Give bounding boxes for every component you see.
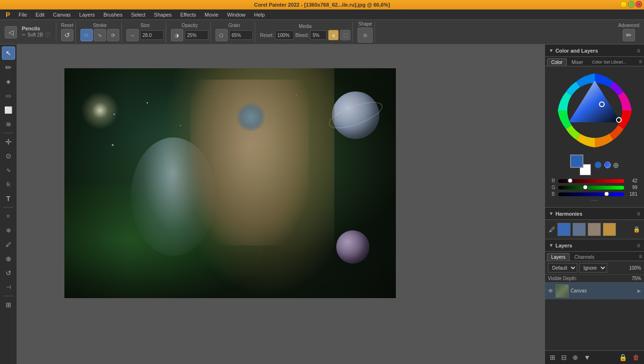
menu-select[interactable]: Select: [127, 11, 150, 18]
tool-selector[interactable]: ↖: [2, 46, 15, 60]
tool-clone[interactable]: ⊕: [2, 224, 15, 237]
color-wheel-svg[interactable]: [555, 70, 635, 151]
tab-color-set[interactable]: Color Set Librari...: [588, 58, 631, 66]
canvas-area[interactable]: [17, 45, 545, 364]
tool-rotate[interactable]: ↺: [2, 266, 15, 280]
brush-category[interactable]: Pencils: [22, 26, 51, 31]
close-button[interactable]: ×: [635, 1, 642, 8]
color-wheel[interactable]: [555, 70, 635, 151]
grain-icon[interactable]: ⬡: [215, 29, 228, 41]
layer-expand-icon[interactable]: ▶: [637, 288, 641, 293]
tool-magnify[interactable]: ⊕: [2, 252, 15, 265]
menu-p[interactable]: P: [2, 10, 14, 19]
layers-group-icon[interactable]: ⊟: [559, 353, 569, 362]
menu-window[interactable]: Window: [223, 11, 249, 18]
tool-smear[interactable]: ≋: [2, 118, 15, 131]
harmony-lock-icon[interactable]: 🔒: [633, 226, 640, 233]
layer-canvas-name[interactable]: Canvas: [571, 288, 635, 293]
media-btn1[interactable]: ■: [328, 30, 339, 40]
tool-crop[interactable]: ⌗: [2, 209, 15, 223]
layers-collapse-icon[interactable]: ▼: [582, 353, 592, 362]
tool-text[interactable]: T: [2, 192, 15, 205]
advanced-btn[interactable]: ✏: [623, 29, 635, 41]
tab-channels[interactable]: Channels: [570, 253, 599, 261]
minimize-button[interactable]: _: [620, 1, 627, 8]
color-layers-expand-icon[interactable]: ▼: [549, 48, 554, 53]
menu-layers[interactable]: Layers: [75, 11, 98, 18]
layers-lock-icon[interactable]: 🔒: [617, 353, 629, 362]
tool-eraser[interactable]: ⬜: [2, 103, 15, 117]
layers-new-layer-icon[interactable]: ⊞: [548, 353, 557, 362]
tab-color[interactable]: Color: [547, 58, 567, 66]
tool-rectangle[interactable]: ▭: [2, 89, 15, 102]
canvas-image[interactable]: [64, 68, 396, 298]
layer-canvas[interactable]: 👁 Canvas ▶: [545, 282, 644, 300]
maximize-button[interactable]: □: [628, 1, 635, 8]
menu-shapes[interactable]: Shapes: [150, 11, 175, 18]
r-thumb[interactable]: [567, 178, 573, 183]
menu-file[interactable]: File: [15, 11, 31, 18]
rgb-dots: • • •: [552, 198, 637, 202]
add-swatch-icon[interactable]: ⊕: [613, 161, 619, 170]
layers-panel-menu-icon[interactable]: ≡: [637, 242, 640, 249]
menu-canvas[interactable]: Canvas: [49, 11, 74, 18]
size-input[interactable]: [140, 30, 164, 40]
reset-button[interactable]: ↺: [61, 29, 73, 41]
foreground-swatch[interactable]: [570, 155, 583, 168]
heart-icon[interactable]: ♡: [45, 31, 51, 39]
opacity-icon[interactable]: ◑: [171, 29, 183, 41]
harmony-swatch-3[interactable]: [588, 223, 601, 236]
canvas-container[interactable]: [64, 68, 396, 298]
hue-slider-dot[interactable]: [604, 162, 611, 168]
stroke-btn3[interactable]: ⟳: [107, 29, 119, 41]
size-lock-btn[interactable]: ↔: [126, 29, 139, 41]
tab-mixer[interactable]: Mixer: [567, 58, 587, 66]
tool-mirror[interactable]: ⊣: [2, 281, 15, 294]
harmony-swatch-4[interactable]: [603, 223, 616, 236]
tool-brush[interactable]: ✏: [2, 61, 15, 74]
blend-mode-select[interactable]: Default: [548, 263, 577, 273]
grain-input[interactable]: [229, 30, 253, 40]
harmonies-expand-icon[interactable]: ▼: [549, 211, 554, 216]
layers-delete-icon[interactable]: 🗑: [631, 353, 641, 362]
stroke-btn2[interactable]: ∿: [94, 29, 106, 41]
tab-layers[interactable]: Layers: [547, 253, 570, 261]
tool-eyedropper[interactable]: 🖉: [2, 238, 15, 251]
media-btn2[interactable]: ⬚: [340, 30, 350, 40]
tool-fill[interactable]: ◈: [2, 75, 15, 88]
b-thumb[interactable]: [604, 191, 609, 197]
menu-help[interactable]: Help: [250, 11, 269, 18]
stroke-group: Stroke ⬭ ∿ ⟳: [79, 22, 122, 43]
menu-brushes[interactable]: Brushes: [99, 11, 126, 18]
menu-edit[interactable]: Edit: [32, 11, 48, 18]
g-track[interactable]: [558, 186, 624, 190]
menu-effects[interactable]: Effects: [177, 11, 200, 18]
opacity-input[interactable]: [185, 30, 208, 40]
bleed-input[interactable]: [310, 30, 327, 40]
layers-expand-icon[interactable]: ▼: [549, 243, 554, 248]
layer-eye-icon[interactable]: 👁: [548, 288, 554, 294]
tool-transform[interactable]: ✛: [2, 135, 15, 148]
harmony-eyedropper-icon[interactable]: 🖉: [549, 226, 555, 233]
harmony-swatch-2[interactable]: [572, 223, 586, 236]
harmony-swatch-1[interactable]: [557, 223, 571, 236]
r-track[interactable]: [558, 179, 624, 183]
layers-duplicate-icon[interactable]: ⊕: [571, 353, 580, 362]
g-thumb[interactable]: [582, 184, 588, 190]
layers-tab-menu[interactable]: ≡: [639, 253, 642, 261]
shape-btn[interactable]: ⊙: [358, 27, 373, 43]
tool-pen[interactable]: ⎘: [2, 178, 15, 191]
tool-workspace[interactable]: ⊞: [2, 298, 15, 311]
color-layers-menu-icon[interactable]: ≡: [637, 47, 640, 54]
color-panel-menu[interactable]: ≡: [639, 58, 642, 66]
tool-lasso[interactable]: ⊙: [2, 149, 15, 163]
stroke-btn1[interactable]: ⬭: [80, 29, 93, 41]
reset-input[interactable]: [275, 30, 294, 40]
preserve-select[interactable]: Ignore: [579, 263, 607, 273]
brush-variant[interactable]: Soft 2B: [27, 32, 43, 37]
brush-back-button[interactable]: ◁: [5, 26, 17, 38]
menu-movie[interactable]: Movie: [201, 11, 222, 18]
harmonies-menu-icon[interactable]: ≡: [637, 210, 640, 217]
b-track[interactable]: [558, 192, 624, 196]
tool-freehand[interactable]: ∿: [2, 164, 15, 177]
